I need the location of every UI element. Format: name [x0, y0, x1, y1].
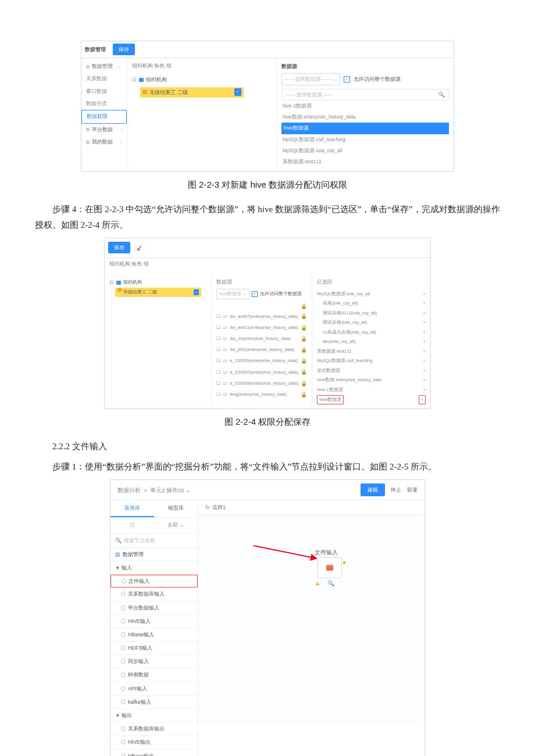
sidebar-item-plat[interactable]: 平台数据› — [81, 124, 127, 136]
sel-item-highlight[interactable]: hive数据源× — [317, 395, 426, 406]
allow-label: 允许访问整个数据源 — [260, 290, 302, 298]
list-item[interactable]: hive数据源 — [281, 123, 449, 134]
fig223-crumb: 组织机构 角色 组 — [132, 62, 272, 70]
ds-search[interactable]: ------选择数据源------🔍 — [281, 89, 449, 101]
sel-item[interactable]: 表格(iota_csy_all)× — [317, 299, 426, 309]
search-icon: 🔍 — [115, 536, 122, 545]
para-step4: 步骤 4：在图 2-2-3 中勾选“允许访问整个数据源”，将 hive 数据源筛… — [35, 202, 500, 233]
run-button[interactable]: 建模 — [361, 483, 385, 496]
close-icon[interactable]: × — [423, 338, 426, 346]
close-icon[interactable]: × — [423, 309, 426, 317]
sel-item[interactable]: 测试表格(iota_csy_all)× — [317, 318, 426, 328]
fig224-save-button[interactable]: 保存 — [108, 242, 130, 253]
close-icon[interactable]: × — [423, 299, 426, 307]
node-sync-input[interactable]: 同步输入 — [110, 655, 198, 668]
close-icon[interactable]: × — [423, 376, 426, 384]
list-item[interactable]: ☐▭dw_test11(enterprise_history_data)🔒 — [216, 322, 307, 333]
filter-select[interactable]: 全部⌄ — [154, 518, 198, 533]
node-api-input[interactable]: API输入 — [110, 682, 198, 696]
bc-current[interactable]: 单元2 操作02 ⌄ — [150, 485, 190, 495]
node-search[interactable]: 🔍搜索节点名称 — [110, 533, 198, 548]
sidebar-item-perm[interactable]: 数据权限 — [81, 110, 127, 123]
close-icon[interactable]: × — [423, 386, 426, 394]
node-sample-input[interactable]: 样例数据 — [110, 668, 198, 682]
fig224-crumb: 组织机构 角色 组 — [105, 258, 430, 270]
mid-select[interactable]: hive数据源 ⌄ — [216, 289, 249, 299]
arrow-annotation: ↙ — [135, 240, 144, 256]
close-icon[interactable]: × — [423, 357, 426, 365]
list-item[interactable]: ☐▭e_320009(enterprise_history_data)🔒 — [216, 356, 307, 367]
close-icon[interactable]: × — [423, 347, 426, 356]
node-hive-input[interactable]: HIVE输入 — [110, 615, 198, 628]
tab-model[interactable]: 模型库 — [154, 500, 198, 517]
ds-select[interactable]: ------选择数据源------ ⌄ — [281, 73, 340, 85]
lock-icon: 🔒 — [301, 390, 307, 399]
node-hbase-input[interactable]: HBase输入 — [110, 628, 198, 642]
node-hbase-output[interactable]: HBase输出 — [110, 750, 198, 756]
node-rdb-input[interactable]: 关系数据库输入 — [110, 587, 198, 601]
sel-item[interactable]: MySQL数据源-csif_teaching× — [317, 356, 426, 366]
close-icon[interactable]: × — [423, 318, 426, 327]
list-item[interactable]: ☐▭e_ZS0009(enterprise_history_data)🔒 — [216, 378, 307, 389]
sidebar-item-cls[interactable]: 数据分类 — [81, 98, 127, 110]
list-item[interactable]: MySQL数据源-iota_csy_all — [281, 145, 449, 156]
ds-title: 数据源 — [281, 62, 449, 71]
list-item[interactable]: ☐▭e_ZS0007(enterprise_history_data)🔒 — [216, 367, 307, 378]
deploy-button[interactable]: 部署 — [407, 485, 418, 495]
group-output[interactable]: ▾输出 — [110, 709, 198, 722]
close-icon[interactable]: × — [423, 367, 426, 375]
sidebar-item-data-mgmt[interactable]: 数据管理⌄ — [81, 60, 127, 73]
group-input[interactable]: ▾输入 — [110, 561, 198, 575]
fig223-sidebar: 数据管理⌄ 关系数据 窗口数据 数据分类 数据权限 平台数据› 我的数据› — [81, 58, 127, 171]
sel-item[interactable]: abc(iota_csy_all)× — [317, 337, 426, 347]
tree-child[interactable]: 等级结果三 二级✓ — [132, 86, 272, 99]
node-kafka-input[interactable]: kafka输入 — [110, 696, 198, 709]
list-item[interactable]: hive-1数据源 — [281, 101, 449, 112]
cat-datamgmt[interactable]: ▤数据管理 — [110, 548, 198, 561]
sel-item[interactable]: hive-1数据源× — [317, 385, 426, 395]
warning-icon[interactable]: ▲ — [315, 578, 320, 589]
sel-item[interactable]: 至试数据源× — [317, 366, 426, 375]
search-icon[interactable]: 🔍 — [327, 578, 334, 589]
lock-icon: 🔒 — [301, 311, 307, 321]
fig223-save-button[interactable]: 保存 — [113, 44, 135, 55]
sel-item[interactable]: 测试表格0112(iota_csy_all)× — [317, 308, 426, 318]
list-item[interactable]: ☐▭dw_jh02(enterprise_history_data)🔒 — [216, 344, 307, 355]
tree-root[interactable]: ⊟组织机构 — [132, 74, 272, 85]
sidebar-item-win[interactable]: 窗口数据 — [81, 85, 127, 98]
sidebar-item-rel[interactable]: 关系数据 — [81, 73, 127, 85]
node-rdb-output[interactable]: 关系数据库输出 — [110, 722, 198, 736]
allow-checkbox[interactable]: ✓ — [252, 291, 258, 297]
node-plat-input[interactable]: 平台数据输入 — [110, 601, 198, 615]
right-title: 已选区 — [317, 277, 426, 289]
canvas-node[interactable] — [318, 557, 342, 578]
node-hive-output[interactable]: HIVE输出 — [110, 736, 198, 749]
flow-tab[interactable]: ↻流程1 — [198, 500, 425, 515]
sel-item[interactable]: cs风速元表格(iota_csy_all)× — [317, 327, 426, 337]
close-icon[interactable]: × — [423, 328, 426, 336]
list-item[interactable]: ☐▭feng(enterprise_history_data)🔒 — [216, 389, 307, 400]
sidebar-item-my[interactable]: 我的数据› — [81, 136, 127, 148]
tab-library[interactable]: 营资库 — [110, 500, 154, 517]
list-item[interactable]: MySQL数据源-csif_teaching — [281, 134, 449, 145]
allow-checkbox[interactable]: ✓ — [344, 76, 350, 83]
list-item[interactable]: ☐▭dw_test07(enterprise_history_data)🔒 — [216, 311, 307, 322]
list-item[interactable]: 系数据源-test111 — [281, 156, 449, 167]
sel-item[interactable]: 系数据源-test111× — [317, 346, 426, 356]
node-file-input[interactable]: 文件输入 — [110, 575, 198, 587]
close-icon[interactable]: × — [419, 395, 426, 404]
tree-child[interactable]: 等级结果三 二级✓ — [115, 288, 201, 297]
list-item[interactable]: hive数据-enterprise_history_data — [281, 112, 449, 123]
sel-item[interactable]: hive数据-enterprise_history_data× — [317, 375, 426, 385]
lock-icon: 🔒 — [301, 323, 307, 332]
node-hdfs-input[interactable]: HDFS输入 — [110, 642, 198, 655]
close-icon[interactable]: × — [423, 290, 426, 298]
bc-root[interactable]: 数据分析 — [117, 487, 141, 493]
sel-item[interactable]: MySQL数据源-iota_csy_all× — [317, 289, 426, 299]
fig-225-screenshot: 数据分析 > 单元2 操作02 ⌄ 建模 终止 部署 营资库 模型库 ☷ 全部⌄… — [110, 479, 425, 756]
folder-icon — [142, 90, 147, 94]
clear-button[interactable]: 终止 — [391, 485, 401, 495]
filter-icon-cell[interactable]: ☷ — [110, 518, 154, 533]
list-item[interactable]: ☐▭dw_zh(enterprise_history_data)🔒 — [216, 333, 307, 344]
workspace[interactable]: 文件输入 ● ▲ 🔍 — [198, 515, 425, 725]
